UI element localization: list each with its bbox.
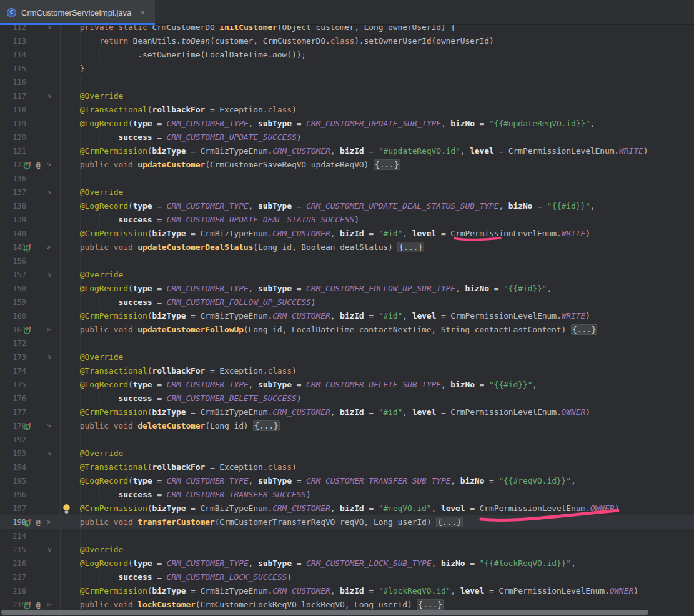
line-number[interactable]: 176	[0, 392, 26, 405]
line-number[interactable]: 196	[0, 488, 26, 502]
code-line-177[interactable]: 177 @CrmPermission(bizType = CrmBizTypeE…	[0, 405, 694, 419]
fold-collapse-chevron-icon[interactable]: >	[42, 271, 56, 280]
code-line-158[interactable]: 158 @LogRecord(type = CRM_CUSTOMER_TYPE,…	[0, 282, 694, 296]
code-line-175[interactable]: 175 @LogRecord(type = CRM_CUSTOMER_TYPE,…	[0, 378, 694, 392]
aop-at-icon[interactable]: @	[33, 515, 43, 529]
line-number[interactable]: 139	[0, 213, 26, 227]
line-number[interactable]: 137	[0, 186, 26, 199]
code-line-192[interactable]: 192	[0, 433, 694, 447]
implements-method-icon[interactable]: I	[22, 515, 32, 529]
implements-method-icon[interactable]: I	[22, 158, 32, 172]
fold-collapse-chevron-icon[interactable]: >	[42, 188, 56, 197]
code-line-193[interactable]: 193> @Override	[0, 447, 694, 460]
code-area[interactable]: 112> private static CrmCustomerDO initCu…	[0, 0, 694, 616]
line-number[interactable]: 217	[0, 570, 26, 584]
line-number[interactable]: 120	[0, 131, 26, 144]
code-line-178[interactable]: 178I> public void deleteCustomer(Long id…	[0, 419, 694, 433]
code-line-119[interactable]: 119 @LogRecord(type = CRM_CUSTOMER_TYPE,…	[0, 117, 694, 131]
line-number[interactable]: 214	[0, 529, 26, 543]
fold-expand-chevron-icon[interactable]: >	[44, 158, 54, 172]
code-line-120[interactable]: 120 success = CRM_CUSTOMER_UPDATE_SUCCES…	[0, 131, 694, 144]
aop-at-icon[interactable]: @	[33, 158, 43, 172]
code-line-160[interactable]: 160 @CrmPermission(bizType = CrmBizTypeE…	[0, 309, 694, 323]
code-line-118[interactable]: 118 @Transactional(rollbackFor = Excepti…	[0, 103, 694, 117]
code-line-197[interactable]: 197 @CrmPermission(bizType = CrmBizTypeE…	[0, 502, 694, 515]
tab-close-icon[interactable]: ×	[140, 8, 145, 17]
code-line-122[interactable]: 122I@> public void updateCustomer(CrmCus…	[0, 158, 694, 172]
fold-collapse-chevron-icon[interactable]: >	[42, 545, 56, 555]
fold-collapse-chevron-icon[interactable]: >	[42, 92, 56, 101]
line-number[interactable]: 115	[0, 62, 26, 76]
line-number[interactable]: 156	[0, 254, 26, 268]
fold-collapse-chevron-icon[interactable]: >	[42, 449, 56, 459]
code-line-156[interactable]: 156	[0, 254, 694, 268]
code-line-198[interactable]: 198I@> public void transferCustomer(CrmC…	[0, 515, 694, 529]
line-number[interactable]: 116	[0, 76, 26, 89]
line-number[interactable]: 216	[0, 557, 26, 570]
line-number[interactable]: 177	[0, 405, 26, 419]
code-line-216[interactable]: 216 @LogRecord(type = CRM_CUSTOMER_TYPE,…	[0, 557, 694, 570]
line-number[interactable]: 175	[0, 378, 26, 392]
line-number[interactable]: 160	[0, 309, 26, 323]
fold-expand-chevron-icon[interactable]: >	[44, 419, 54, 433]
fold-expand-chevron-icon[interactable]: >	[44, 241, 54, 254]
line-number[interactable]: 113	[0, 34, 26, 48]
code-line-136[interactable]: 136	[0, 172, 694, 186]
code-line-214[interactable]: 214	[0, 529, 694, 543]
code-line-217[interactable]: 217 success = CRM_CUSTOMER_LOCK_SUCCESS)	[0, 570, 694, 584]
code-line-138[interactable]: 138 @LogRecord(type = CRM_CUSTOMER_TYPE,…	[0, 199, 694, 213]
code-line-215[interactable]: 215> @Override	[0, 543, 694, 557]
code-line-116[interactable]: 116	[0, 76, 694, 89]
line-number[interactable]: 157	[0, 268, 26, 282]
code-line-174[interactable]: 174 @Transactional(rollbackFor = Excepti…	[0, 364, 694, 378]
code-line-196[interactable]: 196 success = CRM_CUSTOMER_TRANSFER_SUCC…	[0, 488, 694, 502]
code-line-159[interactable]: 159 success = CRM_CUSTOMER_FOLLOW_UP_SUC…	[0, 296, 694, 309]
line-number[interactable]: 140	[0, 227, 26, 241]
code-line-141[interactable]: 141I> public void updateCustomerDealStat…	[0, 241, 694, 254]
line-number[interactable]: 118	[0, 103, 26, 117]
line-number[interactable]: 174	[0, 364, 26, 378]
code-line-121[interactable]: 121 @CrmPermission(bizType = CrmBizTypeE…	[0, 144, 694, 158]
line-number[interactable]: 194	[0, 460, 26, 474]
line-number[interactable]: 195	[0, 474, 26, 488]
line-number[interactable]: 192	[0, 433, 26, 447]
code-line-172[interactable]: 172	[0, 337, 694, 350]
implements-method-icon[interactable]: I	[22, 419, 32, 433]
line-number[interactable]: 193	[0, 447, 26, 460]
implements-method-icon[interactable]: I	[22, 241, 32, 254]
line-number[interactable]: 114	[0, 48, 26, 62]
code-line-117[interactable]: 117> @Override	[0, 89, 694, 103]
line-number[interactable]: 173	[0, 350, 26, 364]
line-number[interactable]: 117	[0, 89, 26, 103]
line-number[interactable]: 119	[0, 117, 26, 131]
fold-expand-chevron-icon[interactable]: >	[44, 515, 54, 529]
editor[interactable]: 112> private static CrmCustomerDO initCu…	[0, 0, 694, 616]
code-line-218[interactable]: 218 @CrmPermission(bizType = CrmBizTypeE…	[0, 584, 694, 598]
code-line-194[interactable]: 194 @Transactional(rollbackFor = Excepti…	[0, 460, 694, 474]
fold-expand-chevron-icon[interactable]: >	[44, 323, 54, 337]
line-number[interactable]: 172	[0, 337, 26, 350]
line-number[interactable]: 121	[0, 144, 26, 158]
code-line-173[interactable]: 173> @Override	[0, 350, 694, 364]
fold-collapse-chevron-icon[interactable]: >	[42, 353, 56, 362]
code-line-157[interactable]: 157> @Override	[0, 268, 694, 282]
implements-method-icon[interactable]: I	[22, 323, 32, 337]
line-number[interactable]: 215	[0, 543, 26, 557]
code-line-195[interactable]: 195 @LogRecord(type = CRM_CUSTOMER_TYPE,…	[0, 474, 694, 488]
code-line-113[interactable]: 113 return BeanUtils.toBean(customer, Cr…	[0, 34, 694, 48]
code-line-140[interactable]: 140 @CrmPermission(bizType = CrmBizTypeE…	[0, 227, 694, 241]
code-line-137[interactable]: 137> @Override	[0, 186, 694, 199]
code-line-114[interactable]: 114 .setOwnerTime(LocalDateTime.now());	[0, 48, 694, 62]
tab-crmcustomerserviceimpl[interactable]: C CrmCustomerServiceImpl.java ×	[0, 0, 155, 25]
line-number[interactable]: 138	[0, 199, 26, 213]
line-number[interactable]: 159	[0, 296, 26, 309]
line-number[interactable]: 218	[0, 584, 26, 598]
code-line-115[interactable]: 115 }	[0, 62, 694, 76]
line-number[interactable]: 158	[0, 282, 26, 296]
horizontal-scrollbar[interactable]	[1, 610, 648, 615]
code-line-176[interactable]: 176 success = CRM_CUSTOMER_DELETE_SUCCES…	[0, 392, 694, 405]
line-number[interactable]: 136	[0, 172, 26, 186]
code-line-139[interactable]: 139 success = CRM_CUSTOMER_UPDATE_DEAL_S…	[0, 213, 694, 227]
code-line-161[interactable]: 161I> public void updateCustomerFollowUp…	[0, 323, 694, 337]
line-number[interactable]: 197	[0, 502, 26, 515]
